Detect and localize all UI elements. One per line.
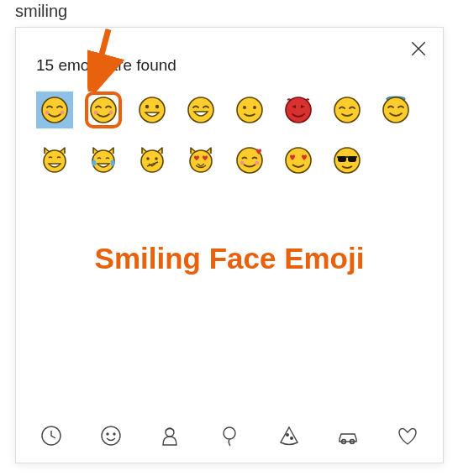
smiling-devil-icon [283,95,313,125]
svg-point-26 [190,150,212,172]
smiley-icon [99,424,123,447]
svg-point-14 [253,106,256,109]
emoji-smiling-heart-eyes[interactable] [280,142,317,179]
smiling-face-relaxed-icon [332,95,362,125]
svg-rect-33 [348,156,356,162]
pizza-icon [277,424,301,447]
emoji-beaming-face[interactable] [182,92,219,128]
category-recent[interactable] [39,424,63,447]
heart-icon [396,424,419,447]
emoji-cat-heart-eyes[interactable] [182,142,219,179]
close-button[interactable] [409,39,428,58]
annotation-label: Smiling Face Emoji [16,242,443,275]
svg-point-39 [113,433,115,435]
person-icon [158,424,182,447]
svg-point-25 [155,157,158,160]
emoji-slightly-smiling-face[interactable] [231,92,268,128]
svg-point-21 [92,160,97,166]
smiling-face-blush-icon [39,95,70,125]
emoji-smiling-face-blush[interactable] [36,92,73,128]
cat-heart-eyes-icon [186,145,216,175]
svg-point-30 [286,148,311,173]
svg-point-6 [94,111,98,115]
car-icon [336,424,360,447]
emoji-smiling-sunglasses[interactable] [329,142,366,179]
svg-rect-32 [338,156,346,162]
emoji-grinning-cat[interactable] [36,142,73,179]
svg-point-37 [102,426,120,445]
svg-point-2 [42,97,67,123]
category-symbols[interactable] [396,424,419,447]
beaming-face-icon [186,95,216,125]
emoji-grinning-face[interactable] [134,92,171,128]
clock-icon [39,424,63,447]
emoji-smiling-face-smiling-eyes[interactable] [85,92,122,128]
emoji-smiling-face-halo[interactable] [377,92,414,128]
svg-point-43 [290,437,292,440]
smiling-face-halo-icon [381,95,411,125]
svg-point-28 [240,161,245,165]
emoji-results-grid [36,92,423,179]
cat-wry-smile-icon [137,145,167,175]
smiling-face-hearts-icon [234,145,265,175]
svg-point-11 [188,97,213,123]
cat-tears-of-joy-icon [88,145,118,175]
category-bar [39,424,419,447]
emoji-picker-panel: 15 emojis are found Smiling Face Emoji [15,27,444,463]
results-count-text: 15 emojis are found [36,56,423,75]
emoji-smiling-face-relaxed[interactable] [329,92,366,128]
svg-point-13 [243,106,246,109]
category-food[interactable] [277,424,301,447]
svg-point-12 [237,97,262,123]
svg-point-22 [111,160,115,166]
slightly-smiling-face-icon [234,95,265,125]
svg-point-9 [145,105,149,108]
svg-point-38 [107,433,108,435]
search-query[interactable]: smiling [15,2,67,21]
emoji-smiling-devil[interactable] [280,92,317,128]
emoji-cat-wry-smile[interactable] [134,142,171,179]
svg-point-8 [140,97,165,123]
svg-point-16 [334,97,360,123]
svg-point-19 [44,150,66,172]
svg-point-24 [146,157,150,160]
svg-point-3 [45,111,50,115]
emoji-cat-tears-of-joy[interactable] [85,142,122,179]
category-transport[interactable] [336,424,360,447]
category-celebration[interactable] [218,424,241,447]
category-smileys[interactable] [99,424,123,447]
grinning-cat-icon [39,145,70,175]
svg-point-18 [383,97,408,123]
balloon-icon [218,424,241,447]
svg-point-23 [141,150,163,172]
svg-point-4 [61,111,65,115]
svg-point-42 [286,434,288,437]
grinning-face-icon [137,95,167,125]
svg-point-5 [91,97,116,123]
svg-point-29 [255,161,260,165]
category-people[interactable] [158,424,182,447]
smiling-face-smiling-eyes-icon [88,95,118,125]
svg-point-7 [109,111,113,115]
smiling-sunglasses-icon [332,145,362,175]
smiling-heart-eyes-icon [283,145,313,175]
svg-point-10 [155,105,159,108]
svg-point-15 [286,97,311,123]
close-icon [409,39,428,58]
emoji-smiling-face-hearts[interactable] [231,142,268,179]
svg-point-41 [224,427,235,439]
